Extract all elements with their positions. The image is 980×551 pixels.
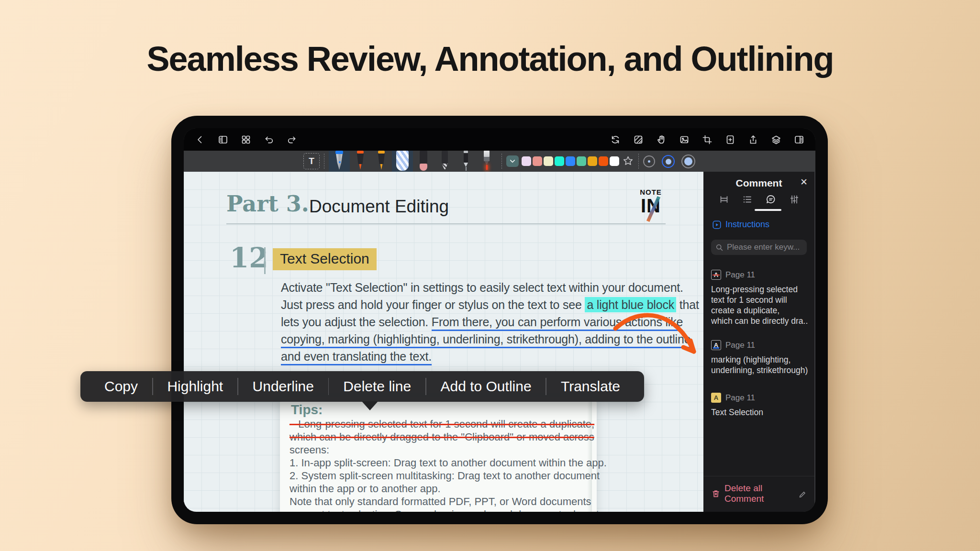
stroke-size-group [643,154,695,168]
tip-line: 2. System split-screen multitasking: Dra… [290,469,591,482]
toolbar-divider [638,154,639,169]
strikethrough-marker-icon: A [711,270,721,280]
play-icon [712,220,722,230]
back-chevron-icon[interactable] [194,134,206,145]
redo-icon[interactable] [286,134,298,145]
menu-divider [425,378,426,395]
fountain-pen-tool[interactable] [329,151,350,172]
struck-tip-line: which can be directly dragged to the "Cl… [290,430,591,443]
color-swatch[interactable] [544,156,553,166]
comment-entry[interactable]: A Page 11 Long-pressing selected text fo… [711,270,808,326]
underline-marker-icon: A [711,340,721,350]
stroke-size-small[interactable] [643,155,655,167]
chevron-down-icon[interactable] [506,155,519,167]
grid-view-icon[interactable] [240,134,252,145]
struck-tip-line: – Long-pressing selected text for 1 seco… [290,418,591,430]
color-swatch[interactable] [588,156,597,166]
content-area: Part 3. Document Editing NOTE IN 12 Text… [184,172,815,512]
search-icon [715,243,724,252]
search-input[interactable] [727,242,802,252]
orange-fineliner-tool[interactable] [350,151,371,172]
page-panel-icon[interactable] [217,134,229,145]
toolbar-divider [324,154,324,169]
mechanical-pencil-tool[interactable] [455,151,476,172]
menu-divider [546,378,546,395]
menu-item-add-to-outline[interactable]: Add to Outline [433,378,539,395]
toolbar-divider [501,154,502,169]
share-icon[interactable] [747,134,759,145]
section-divider [264,247,266,274]
striped-highlighter-tool[interactable] [392,151,413,172]
color-swatch[interactable] [599,156,608,166]
yellow-marker-tool[interactable] [371,151,392,172]
tip-line: within the app or to another app. [290,482,591,495]
active-tab-indicator [755,209,781,211]
insert-image-icon[interactable] [679,134,690,145]
delete-all-comments-button[interactable]: Delete all Comment [703,476,814,504]
menu-item-underline[interactable]: Underline [245,378,322,395]
menu-item-translate[interactable]: Translate [553,378,628,395]
comment-text: marking (highlighting, underlining, stri… [711,354,808,375]
comment-entry[interactable]: A Page 11 Text Selection [711,393,808,418]
close-icon[interactable]: ✕ [800,176,808,187]
stroke-size-medium[interactable] [662,155,675,168]
page-title: Seamless Review, Annotation, and Outlini… [0,39,980,78]
comment-entry[interactable]: A Page 11 marking (highlighting, underli… [711,340,808,375]
pencil-tool[interactable] [434,151,455,172]
page: Seamless Review, Annotation, and Outlini… [0,0,980,551]
search-box[interactable] [711,240,807,255]
color-swatch[interactable] [522,156,531,166]
orange-annotation-arrow [609,309,703,363]
comment-panel-title: Comment [703,177,814,189]
menu-item-copy[interactable]: Copy [97,378,145,395]
part-label: Part 3. [226,191,309,217]
color-swatch[interactable] [577,156,586,166]
body-line: Activate "Text Selection" in settings to… [281,279,702,296]
trash-icon [711,489,721,498]
crop-icon[interactable] [702,134,713,145]
color-swatch[interactable] [555,156,564,166]
tab-comment-bubble[interactable] [765,194,777,207]
header-divider [226,223,666,224]
comment-page-label: Page 11 [725,341,755,350]
color-swatch[interactable] [533,156,542,166]
laser-pointer-tool[interactable] [476,151,497,172]
tab-filter-sliders[interactable] [789,194,800,207]
tab-bookmark-width[interactable] [718,194,730,207]
pencil-icon [798,489,807,498]
background-pattern-icon[interactable] [633,134,644,145]
document-page: Part 3. Document Editing NOTE IN 12 Text… [184,172,703,512]
reading-panel-icon[interactable] [793,134,805,145]
eraser-tool[interactable] [413,151,434,172]
color-swatch[interactable] [610,156,619,166]
menu-divider [328,378,329,395]
pen-toolbar: T [184,151,815,172]
layers-icon[interactable] [770,134,782,145]
menu-item-highlight[interactable]: Highlight [159,378,231,395]
comment-panel: Comment ✕ [703,172,814,512]
menu-item-delete-line[interactable]: Delete line [335,378,419,395]
menu-divider [152,378,153,395]
hand-tool-icon[interactable] [656,134,667,145]
tip-line: support text selection. Scanned or image… [290,508,591,512]
undo-icon[interactable] [263,134,275,145]
document-title: Document Editing [309,197,449,217]
highlight-marker-icon: A [711,393,721,403]
tablet-mockup: T [171,116,828,524]
menu-divider [237,378,238,395]
delete-all-label: Delete all Comment [724,483,794,504]
section-heading: Text Selection [273,248,377,270]
text-tool[interactable]: T [303,153,320,169]
add-page-icon[interactable] [724,134,736,145]
instructions-link[interactable]: Instructions [712,220,769,230]
tip-line: Note that only standard formatted PDF, P… [290,495,591,508]
body-segment: lets you adjust the selection. [281,315,432,329]
tip-line: screens: [290,443,591,456]
comment-page-label: Page 11 [725,393,755,403]
tips-label: Tips: [291,402,323,418]
favorite-star-icon[interactable] [622,155,634,169]
tab-outline-list[interactable] [742,194,753,207]
stroke-size-large[interactable] [681,154,695,168]
sync-icon[interactable] [610,134,621,145]
color-swatch[interactable] [566,156,575,166]
